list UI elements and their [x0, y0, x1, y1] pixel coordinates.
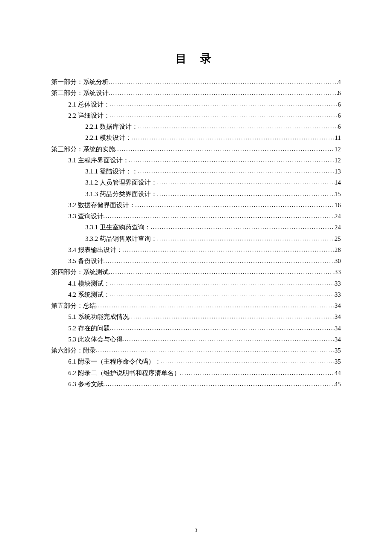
- toc-entry-text: 5.3 此次体会与心得: [68, 334, 123, 345]
- toc-entry-text: 6.3 参考文献: [68, 379, 104, 390]
- toc-leader-dots: [109, 267, 334, 277]
- toc-entry-page: 34: [334, 300, 341, 311]
- toc-leader-dots: [110, 100, 338, 110]
- toc-entry: 3.3.2 药品销售累计查询：25: [51, 233, 341, 244]
- toc-leader-dots: [135, 200, 335, 210]
- toc-leader-dots: [110, 324, 335, 333]
- toc-entry-page: 34: [334, 334, 341, 345]
- toc-entry: 3.1 主程序界面设计：12: [51, 155, 341, 166]
- toc-entry: 3.3 查询设计24: [51, 211, 341, 222]
- toc-entry-page: 33: [334, 289, 341, 300]
- toc-entry-text: 3.1.1 登陆设计：：: [85, 166, 138, 177]
- toc-entry: 第六部分：附录35: [51, 345, 341, 356]
- toc-entry-text: 3.1.3 药品分类界面设计：: [85, 188, 157, 199]
- toc-entry-page: 14: [334, 177, 341, 188]
- toc-entry-page: 35: [334, 356, 341, 367]
- toc-entry-text: 3.4 报表输出设计：: [68, 244, 123, 255]
- toc-leader-dots: [104, 211, 335, 221]
- toc-leader-dots: [129, 156, 335, 165]
- toc-leader-dots: [96, 301, 334, 311]
- toc-leader-dots: [157, 178, 334, 188]
- toc-entry-page: 4: [338, 76, 341, 87]
- document-page: 目 录 第一部分：系统分析4第二部分：系统设计62.1 总体设计：62.2 详细…: [0, 0, 392, 390]
- toc-entry: 3.1.2 人员管理界面设计：14: [51, 177, 341, 188]
- toc-entry-page: 28: [334, 244, 341, 255]
- toc-leader-dots: [109, 88, 338, 98]
- toc-entry: 6.2 附录二（维护说明书和程序清单名）44: [51, 367, 341, 379]
- toc-entry: 4.2 系统测试：33: [51, 289, 341, 300]
- toc-entry-text: 第二部分：系统设计: [51, 87, 109, 98]
- toc-entry-text: 2.1 总体设计：: [68, 99, 110, 110]
- toc-entry-page: 30: [334, 255, 341, 266]
- toc-leader-dots: [123, 245, 335, 255]
- toc-entry: 3.2 数据存储界面设计：16: [51, 199, 341, 211]
- toc-entry-text: 3.1 主程序界面设计：: [68, 155, 129, 166]
- toc-entry-text: 3.3.2 药品销售累计查询：: [85, 233, 157, 244]
- toc-entry-text: 6.1 附录一（主程序命令代码）：: [68, 356, 161, 367]
- toc-leader-dots: [129, 312, 335, 322]
- toc-entry: 3.1.1 登陆设计：：13: [51, 166, 341, 177]
- toc-entry-page: 6: [338, 121, 341, 132]
- toc-entry-page: 34: [334, 323, 341, 334]
- toc-entry: 第一部分：系统分析4: [51, 76, 341, 87]
- toc-entry: 2.2 详细设计：6: [51, 110, 341, 121]
- toc-leader-dots: [123, 335, 335, 344]
- toc-entry: 6.3 参考文献45: [51, 379, 341, 390]
- toc-list: 第一部分：系统分析4第二部分：系统设计62.1 总体设计：62.2 详细设计：6…: [51, 76, 341, 390]
- toc-leader-dots: [132, 133, 335, 143]
- toc-entry-page: 45: [334, 379, 341, 390]
- toc-entry: 4.1 模块测试：33: [51, 278, 341, 289]
- toc-entry: 3.5 备份设计30: [51, 255, 341, 266]
- toc-entry: 5.1 系统功能完成情况34: [51, 311, 341, 322]
- toc-entry: 第五部分：总结34: [51, 300, 341, 311]
- toc-entry: 3.3.1 卫生室购药查询：24: [51, 222, 341, 233]
- toc-entry-text: 5.1 系统功能完成情况: [68, 311, 129, 322]
- toc-leader-dots: [110, 279, 335, 289]
- toc-entry-text: 3.2 数据存储界面设计：: [68, 199, 135, 211]
- toc-leader-dots: [110, 290, 335, 300]
- toc-entry-text: 2.2.1 模块设计：: [85, 132, 132, 143]
- toc-leader-dots: [109, 77, 338, 87]
- toc-entry-page: 35: [334, 345, 341, 356]
- toc-entry-text: 3.3 查询设计: [68, 211, 104, 222]
- toc-entry-page: 6: [338, 99, 341, 110]
- toc-leader-dots: [138, 167, 334, 176]
- toc-entry-text: 6.2 附录二（维护说明书和程序清单名）: [68, 367, 180, 379]
- toc-entry: 5.2 存在的问题34: [51, 323, 341, 334]
- toc-leader-dots: [138, 122, 338, 132]
- toc-entry-page: 33: [334, 278, 341, 289]
- toc-entry-text: 4.2 系统测试：: [68, 289, 110, 300]
- toc-entry-text: 第一部分：系统分析: [51, 76, 109, 87]
- toc-entry: 2.2.1 数据库设计：6: [51, 121, 341, 132]
- toc-entry-text: 第六部分：附录: [51, 345, 96, 356]
- toc-entry-text: 2.2 详细设计：: [68, 110, 110, 121]
- toc-entry: 3.4 报表输出设计：28: [51, 244, 341, 255]
- toc-entry-page: 12: [334, 144, 341, 155]
- toc-entry-text: 2.2.1 数据库设计：: [85, 121, 138, 132]
- toc-entry-text: 4.1 模块测试：: [68, 278, 110, 289]
- toc-entry-text: 第四部分：系统测试: [51, 266, 109, 278]
- toc-entry-text: 第三部分：系统的实施: [51, 144, 115, 155]
- toc-leader-dots: [110, 111, 338, 121]
- toc-entry: 第四部分：系统测试33: [51, 266, 341, 278]
- toc-leader-dots: [157, 189, 334, 199]
- toc-entry: 3.1.3 药品分类界面设计：15: [51, 188, 341, 199]
- toc-entry: 5.3 此次体会与心得34: [51, 334, 341, 345]
- toc-leader-dots: [157, 234, 334, 244]
- toc-entry: 第三部分：系统的实施12: [51, 144, 341, 155]
- toc-entry: 第二部分：系统设计6: [51, 87, 341, 98]
- toc-entry-page: 16: [334, 199, 341, 211]
- toc-leader-dots: [104, 256, 335, 266]
- toc-entry-text: 第五部分：总结: [51, 300, 96, 311]
- toc-entry-page: 6: [338, 87, 341, 98]
- toc-entry-page: 15: [334, 188, 341, 199]
- toc-entry-text: 5.2 存在的问题: [68, 323, 110, 334]
- toc-entry-page: 33: [334, 266, 341, 278]
- toc-entry-text: 3.5 备份设计: [68, 255, 104, 266]
- toc-entry-page: 25: [334, 233, 341, 244]
- toc-entry: 2.2.1 模块设计：11: [51, 132, 341, 143]
- toc-entry-page: 44: [334, 367, 341, 379]
- toc-entry: 2.1 总体设计：6: [51, 99, 341, 110]
- toc-leader-dots: [104, 379, 335, 389]
- toc-leader-dots: [161, 357, 335, 367]
